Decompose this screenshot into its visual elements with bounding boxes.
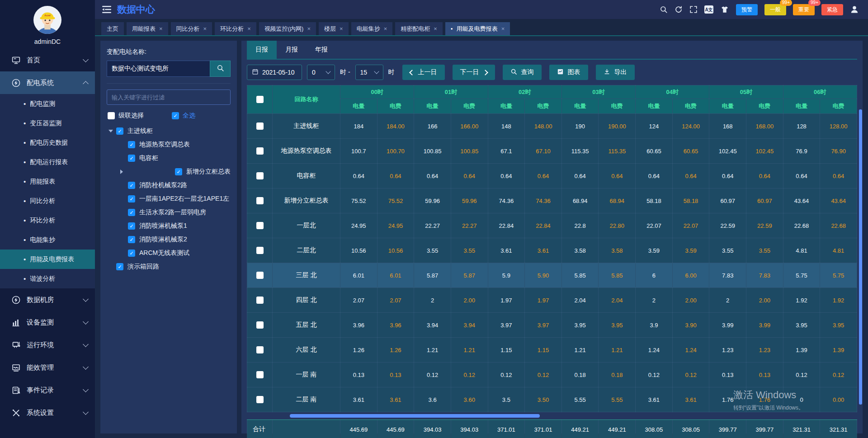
tree-checkbox[interactable]: ✓ <box>116 263 123 270</box>
sidebar-subitem[interactable]: •配电监测 <box>0 94 95 113</box>
date-picker[interactable]: 2021-05-10 <box>247 65 302 80</box>
sidebar-item-energy[interactable]: 能效管理 <box>0 356 95 379</box>
alert-warning-button[interactable]: 预警 <box>736 4 758 15</box>
report-tab[interactable]: 年报 <box>307 41 336 59</box>
row-checkbox[interactable] <box>256 297 264 304</box>
window-tab[interactable]: 环比分析× <box>215 22 256 35</box>
tree-checkbox[interactable]: ✓ <box>175 168 182 175</box>
row-checkbox[interactable] <box>256 371 264 378</box>
tree-node[interactable]: ✓地源热泵空调总表 <box>107 138 231 151</box>
close-icon[interactable]: × <box>384 26 387 32</box>
alert-urgent-button[interactable]: 紧急 <box>821 4 843 15</box>
row-checkbox[interactable] <box>256 222 264 229</box>
close-icon[interactable]: × <box>203 26 207 32</box>
close-icon[interactable]: × <box>247 26 251 32</box>
sidebar-item-data-room[interactable]: 数据机房 <box>0 288 95 311</box>
window-tab[interactable]: 视频监控(内网)× <box>259 22 316 35</box>
tree-checkbox[interactable]: ✓ <box>128 250 135 257</box>
start-hour-select[interactable]: 0 <box>307 65 335 80</box>
close-icon[interactable]: × <box>501 26 505 32</box>
tree-checkbox[interactable]: ✓ <box>128 141 135 148</box>
row-checkbox[interactable] <box>256 147 264 155</box>
report-tab[interactable]: 日报 <box>247 41 277 59</box>
sidebar-item-power-system[interactable]: 配电系统 <box>0 71 95 94</box>
window-tab[interactable]: 用能报表× <box>127 22 168 35</box>
refresh-icon[interactable] <box>675 5 683 14</box>
row-checkbox[interactable] <box>256 197 264 204</box>
tree-checkbox[interactable]: ✓ <box>128 209 135 216</box>
tree-checkbox[interactable]: ✓ <box>128 195 135 203</box>
vertical-scrollbar-thumb[interactable] <box>859 109 862 405</box>
close-icon[interactable]: × <box>340 26 343 32</box>
tree-node[interactable]: ✓生活水泵2路一层弱电房 <box>107 206 231 219</box>
tree-node[interactable]: ✓消防喷淋机械泵2 <box>107 233 231 246</box>
header-checkbox[interactable] <box>256 96 264 103</box>
sidebar-item-device-monitor[interactable]: 设备监测 <box>0 311 95 334</box>
close-icon[interactable]: × <box>159 26 163 32</box>
tree-checkbox[interactable]: ✓ <box>116 127 123 135</box>
next-day-button[interactable]: 下一日 <box>453 65 495 80</box>
keyword-filter-input[interactable] <box>107 89 231 105</box>
sidebar-subitem[interactable]: •谐波分析 <box>0 269 95 288</box>
tree-node[interactable]: ✓消防栓机械泵2路 <box>107 179 231 192</box>
sidebar-subitem[interactable]: •用能及电费报表 <box>0 250 95 269</box>
tree-node[interactable]: ✓主进线柜 <box>107 124 231 138</box>
tree-node[interactable]: ✓电容柜 <box>107 151 231 165</box>
fullscreen-icon[interactable] <box>689 5 698 14</box>
row-checkbox[interactable] <box>256 321 264 329</box>
translate-icon[interactable]: A文 <box>704 5 713 14</box>
sidebar-item-environment[interactable]: 运行环境 <box>0 334 95 356</box>
window-tab[interactable]: 精密配电柜× <box>395 22 443 35</box>
select-all-checkbox[interactable]: ✓ 全选 <box>172 112 195 120</box>
window-tab[interactable]: 同比分析× <box>171 22 212 35</box>
window-tab[interactable]: 主页 <box>101 22 124 35</box>
search-icon[interactable] <box>660 5 668 14</box>
report-tab[interactable]: 月报 <box>277 41 307 59</box>
alert-general-button[interactable]: 一般99+ <box>764 4 786 15</box>
horizontal-scrollbar-thumb[interactable] <box>290 414 540 418</box>
alert-important-button[interactable]: 重要99+ <box>793 4 815 15</box>
sidebar-subitem[interactable]: •同比分析 <box>0 191 95 211</box>
window-tab[interactable]: 电能集抄× <box>351 22 393 35</box>
tree-checkbox[interactable]: ✓ <box>128 236 135 243</box>
export-button[interactable]: 导出 <box>596 65 635 80</box>
tree-node[interactable]: ✓ARCM无线表测试 <box>107 246 231 260</box>
sidebar-item-settings[interactable]: 系统设置 <box>0 401 95 424</box>
row-checkbox[interactable] <box>256 247 264 254</box>
row-checkbox[interactable] <box>256 272 264 279</box>
close-icon[interactable]: × <box>434 26 437 32</box>
prev-day-button[interactable]: 上一日 <box>402 65 445 80</box>
sidebar-subitem[interactable]: •电能集抄 <box>0 230 95 250</box>
tree-checkbox[interactable]: ✓ <box>128 222 135 230</box>
sidebar-item-events[interactable]: 事件记录 <box>0 379 95 401</box>
sidebar-subitem[interactable]: •变压器监测 <box>0 113 95 133</box>
window-tab[interactable]: 楼层× <box>319 22 349 35</box>
station-search-button[interactable] <box>210 61 231 77</box>
theme-icon[interactable] <box>720 5 729 14</box>
sidebar-subitem[interactable]: •环比分析 <box>0 211 95 230</box>
user-icon[interactable] <box>850 5 859 14</box>
row-checkbox[interactable] <box>256 122 264 130</box>
row-checkbox[interactable] <box>256 396 264 403</box>
caret-down-icon[interactable] <box>108 130 113 132</box>
cascade-select-checkbox[interactable]: 级联选择 <box>108 112 144 120</box>
close-icon[interactable]: × <box>307 26 311 32</box>
sidebar-subitem[interactable]: •用能报表 <box>0 172 95 191</box>
tree-node[interactable]: ✓消防喷淋机械泵1 <box>107 219 231 233</box>
tree-node[interactable]: ✓演示箱回路 <box>107 260 231 273</box>
tree-checkbox[interactable]: ✓ <box>128 155 135 162</box>
collapse-menu-icon[interactable] <box>102 6 111 13</box>
tree-checkbox[interactable]: ✓ <box>128 182 135 189</box>
sidebar-subitem[interactable]: •配电运行报表 <box>0 152 95 172</box>
avatar[interactable]: Acrel <box>33 6 61 34</box>
chart-button[interactable]: 图表 <box>549 65 588 80</box>
sidebar-item-home[interactable]: 首页 <box>0 49 95 71</box>
tree-node[interactable]: ✓一层南1APE2右一层北1APE1左 <box>107 192 231 206</box>
window-tab[interactable]: ●用能及电费报表× <box>445 22 510 35</box>
tree-node[interactable]: ✓新增分立柜总表 <box>107 165 231 179</box>
end-hour-select[interactable]: 15 <box>355 65 383 80</box>
caret-right-icon[interactable] <box>120 170 172 174</box>
query-button[interactable]: 查询 <box>503 65 542 80</box>
sidebar-subitem[interactable]: •配电历史数据 <box>0 133 95 152</box>
row-checkbox[interactable] <box>256 172 264 179</box>
